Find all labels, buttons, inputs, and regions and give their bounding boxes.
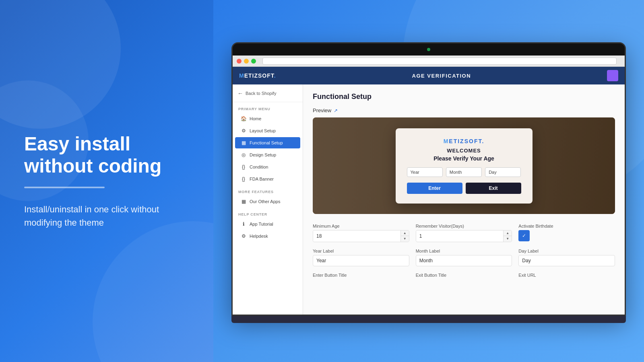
modal-buttons: Enter Exit xyxy=(407,183,521,194)
tutorial-label: App Tutorial xyxy=(250,222,273,226)
remember-up[interactable]: ▲ xyxy=(504,230,512,236)
subtitle: Install/uninstall in one click without m… xyxy=(24,203,189,229)
form-group-year-label: Year Label xyxy=(313,249,409,266)
back-to-shopify-button[interactable]: ← Back to Shopify xyxy=(237,90,276,97)
day-label-field-label: Day Label xyxy=(518,249,615,253)
year-select[interactable]: Year xyxy=(407,167,443,177)
app-header: METIZSOFT. AGE VERIFICATION xyxy=(233,67,625,84)
functional-icon: ▦ xyxy=(241,140,246,146)
remember-input[interactable] xyxy=(416,231,504,241)
window-chrome xyxy=(233,56,625,67)
back-arrow-icon: ← xyxy=(237,90,243,97)
modal-verify: Please Verify Your Age xyxy=(407,155,521,162)
form-group-exit-btn: Exit Button Title xyxy=(416,273,512,278)
fda-icon: {} xyxy=(241,176,246,182)
app-logo: METIZSOFT. xyxy=(239,72,276,79)
sidebar-item-other-apps[interactable]: ▦ Our Other Apps xyxy=(235,196,300,207)
remember-input-wrapper: ▲ ▼ xyxy=(416,230,512,242)
sidebar-item-condition[interactable]: {} Condition xyxy=(235,161,300,173)
camera xyxy=(427,48,430,51)
modal-selects: Year Month Day xyxy=(407,167,521,177)
laptop: METIZSOFT. AGE VERIFICATION ← Back to Sh… xyxy=(231,42,626,332)
other-apps-icon: ▦ xyxy=(241,199,246,204)
preview-label: Preview ↗ xyxy=(313,107,615,113)
form-group-day-label: Day Label xyxy=(518,249,615,266)
activate-checkbox[interactable]: ✓ xyxy=(518,230,530,241)
main-content: Functional Setup Preview ↗ METIZ xyxy=(303,84,625,315)
sidebar-item-fda[interactable]: {} FDA Banner xyxy=(235,173,300,185)
left-panel: Easy install without coding Install/unin… xyxy=(0,0,213,362)
min-age-input-wrapper: ▲ ▼ xyxy=(313,230,409,242)
remember-down[interactable]: ▼ xyxy=(504,236,512,242)
primary-menu-label: PRIMARY MENU xyxy=(233,102,303,113)
month-label-field-label: Month Label xyxy=(416,249,512,253)
day-select[interactable]: Day xyxy=(485,167,521,177)
minimize-btn[interactable] xyxy=(244,59,249,64)
form-section-labels: Year Label Month Label Day Label xyxy=(313,249,615,266)
age-verification-modal: METIZSOFT. WELCOMES Please Verify Your A… xyxy=(396,128,533,204)
helpdesk-icon: ⚙ xyxy=(241,233,246,239)
fda-label: FDA Banner xyxy=(250,177,274,181)
form-section-buttons: Enter Button Title Exit Button Title Exi… xyxy=(313,273,615,278)
design-label: Design Setup xyxy=(250,152,276,157)
exit-button[interactable]: Exit xyxy=(466,183,521,194)
layout-label: Layout Setup xyxy=(250,128,276,133)
min-age-up[interactable]: ▲ xyxy=(401,230,409,236)
min-age-stepper: ▲ ▼ xyxy=(400,230,409,242)
remember-stepper: ▲ ▼ xyxy=(503,230,512,242)
app-container: ← Back to Shopify PRIMARY MENU 🏠 Home ⚙ … xyxy=(233,84,625,315)
home-label: Home xyxy=(250,116,261,121)
address-bar[interactable] xyxy=(262,58,617,65)
day-label-input[interactable] xyxy=(518,255,615,266)
exit-btn-label-label: Exit Button Title xyxy=(416,273,512,278)
condition-label: Condition xyxy=(250,165,268,169)
sidebar-item-tutorial[interactable]: ℹ App Tutorial xyxy=(235,218,300,230)
enter-btn-label-label: Enter Button Title xyxy=(313,273,409,278)
divider xyxy=(24,187,105,188)
helpdesk-label: Helpdesk xyxy=(250,234,268,239)
min-age-input[interactable] xyxy=(313,231,400,241)
app-avatar xyxy=(607,70,618,81)
sidebar-item-design[interactable]: ◎ Design Setup xyxy=(235,149,300,160)
min-age-down[interactable]: ▼ xyxy=(401,236,409,242)
more-features-label: MORE FEATURES xyxy=(233,185,303,195)
page-title: Functional Setup xyxy=(313,93,615,101)
sidebar-item-functional[interactable]: ▦ Functional Setup xyxy=(235,137,300,148)
year-label-input[interactable] xyxy=(313,255,409,266)
form-group-min-age: Minimum Age ▲ ▼ xyxy=(313,224,409,242)
sidebar-item-home[interactable]: 🏠 Home xyxy=(235,113,300,124)
close-btn[interactable] xyxy=(237,59,242,64)
form-group-exit-url: Exit URL xyxy=(518,273,615,278)
design-icon: ◎ xyxy=(241,152,246,158)
other-apps-label: Our Other Apps xyxy=(250,199,280,204)
external-link-icon[interactable]: ↗ xyxy=(334,108,338,113)
sidebar-header: ← Back to Shopify xyxy=(233,84,303,102)
tutorial-icon: ℹ xyxy=(241,221,246,227)
form-group-month-label: Month Label xyxy=(416,249,512,266)
form-group-activate: Activate Birthdate ✓ xyxy=(518,224,615,242)
condition-icon: {} xyxy=(241,164,246,170)
exit-url-label: Exit URL xyxy=(518,273,615,278)
headline: Easy install without coding xyxy=(24,133,189,177)
modal-logo: METIZSOFT. xyxy=(407,138,521,144)
laptop-body: METIZSOFT. AGE VERIFICATION ← Back to Sh… xyxy=(231,42,626,316)
year-label-field-label: Year Label xyxy=(313,249,409,253)
min-age-label: Minimum Age xyxy=(313,224,409,228)
layout-icon: ⚙ xyxy=(241,128,246,134)
app-title: AGE VERIFICATION xyxy=(412,73,471,79)
form-section-top: Minimum Age ▲ ▼ xyxy=(313,224,615,242)
form-group-remember: Remember Visitor(Days) ▲ ▼ xyxy=(416,224,512,242)
sidebar-item-layout[interactable]: ⚙ Layout Setup xyxy=(235,125,300,136)
month-label-input[interactable] xyxy=(416,255,512,266)
camera-bar xyxy=(233,43,625,56)
month-select[interactable]: Month xyxy=(446,167,482,177)
right-panel: METIZSOFT. AGE VERIFICATION ← Back to Sh… xyxy=(213,0,644,362)
help-center-label: HELP CENTER xyxy=(233,208,303,218)
functional-label: Functional Setup xyxy=(250,140,283,145)
modal-overlay: METIZSOFT. WELCOMES Please Verify Your A… xyxy=(313,117,615,214)
enter-button[interactable]: Enter xyxy=(407,183,462,194)
maximize-btn[interactable] xyxy=(251,59,256,64)
sidebar-item-helpdesk[interactable]: ⚙ Helpdesk xyxy=(235,230,300,242)
laptop-screen: METIZSOFT. AGE VERIFICATION ← Back to Sh… xyxy=(233,56,625,315)
modal-welcomes: WELCOMES xyxy=(407,148,521,154)
